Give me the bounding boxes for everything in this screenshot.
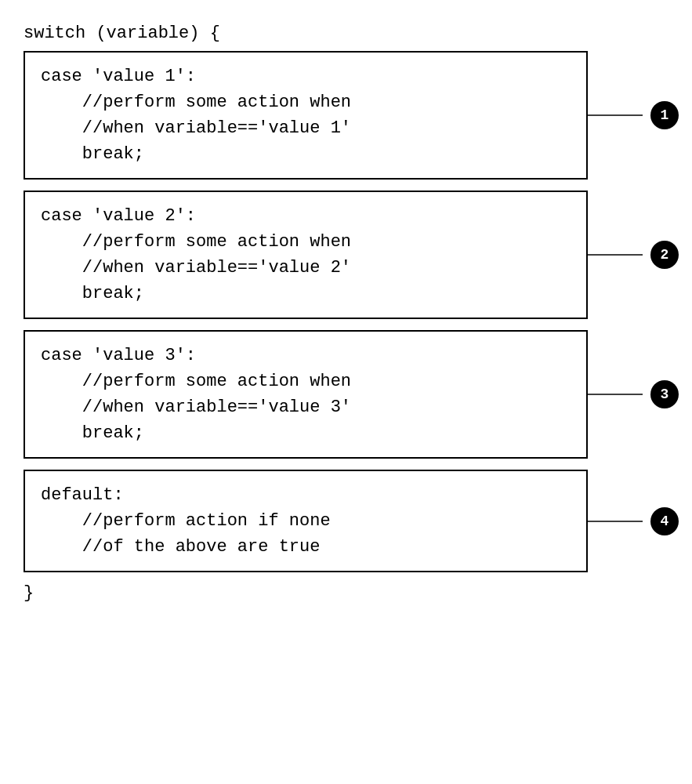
annotation-line-1: 1 bbox=[588, 101, 679, 129]
switch-footer: } bbox=[24, 583, 668, 603]
annotation-line-4: 4 bbox=[588, 507, 679, 535]
annotation-badge-2: 2 bbox=[650, 241, 679, 269]
code-container: switch (variable) { case 'value 1': //pe… bbox=[8, 16, 684, 611]
annotation-badge-1: 1 bbox=[650, 101, 679, 129]
connector-line-2 bbox=[588, 243, 650, 267]
case-block-4: default: //perform action if none //of t… bbox=[24, 470, 588, 572]
case-block-3: case 'value 3': //perform some action wh… bbox=[24, 330, 588, 459]
switch-header: switch (variable) { bbox=[24, 24, 668, 43]
cases-container: case 'value 1': //perform some action wh… bbox=[24, 51, 668, 572]
annotation-line-3: 3 bbox=[588, 380, 679, 408]
case-block-wrapper-1: case 'value 1': //perform some action wh… bbox=[24, 51, 668, 180]
case-block-2: case 'value 2': //perform some action wh… bbox=[24, 191, 588, 319]
case-block-wrapper-2: case 'value 2': //perform some action wh… bbox=[24, 191, 668, 319]
connector-line-3 bbox=[588, 383, 650, 406]
annotation-badge-3: 3 bbox=[650, 380, 679, 408]
connector-line-4 bbox=[588, 510, 650, 533]
case-block-wrapper-3: case 'value 3': //perform some action wh… bbox=[24, 330, 668, 459]
annotation-badge-4: 4 bbox=[650, 507, 679, 535]
connector-line-1 bbox=[588, 103, 650, 127]
case-block-wrapper-4: default: //perform action if none //of t… bbox=[24, 470, 668, 572]
case-block-1: case 'value 1': //perform some action wh… bbox=[24, 51, 588, 180]
annotation-line-2: 2 bbox=[588, 241, 679, 269]
